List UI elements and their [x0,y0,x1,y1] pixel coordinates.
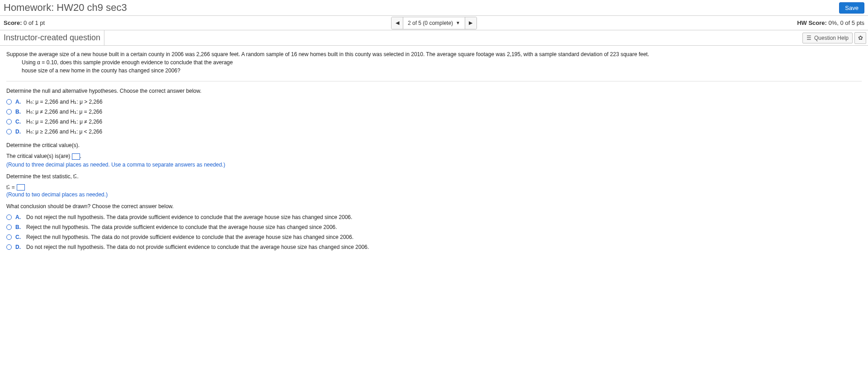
radio-icon[interactable] [6,129,12,134]
radio-icon[interactable] [6,119,12,124]
score-label: Score: [4,19,22,26]
radio-icon[interactable] [6,244,12,250]
part1-option-d[interactable]: D. H₀: μ ≥ 2,266 and H₁: μ < 2,266 [6,129,862,135]
part3-lhs: tₓ̄ = [6,184,15,191]
option-letter: C. [15,119,23,125]
part2-answer-line: The critical value(s) is(are) . [6,153,862,160]
part1-options: A. H₀: μ = 2,266 and H₁: μ > 2,266 B. H₀… [6,99,862,135]
gear-icon: ✿ [858,34,863,41]
option-text: Reject the null hypothesis. The data do … [26,234,354,240]
homework-title: Homework: HW20 ch9 sec3 [4,2,127,14]
subheader-right: ☰ Question Help ✿ [802,32,868,44]
option-text: H₀: μ = 2,266 and H₁: μ > 2,266 [26,99,103,105]
hw-score: HW Score: 0%, 0 of 5 pts [797,19,864,26]
stem-line-3: house size of a new home in the county h… [6,67,862,75]
part4-prompt: What conclusion should be drawn? Choose … [6,203,862,210]
critical-value-input[interactable] [72,153,80,160]
radio-icon[interactable] [6,109,12,114]
score-row: Score: 0 of 1 pt ◀ 2 of 5 (0 complete) ▼… [0,16,868,30]
radio-icon[interactable] [6,234,12,240]
part4-option-b[interactable]: B. Reject the null hypothesis. The data … [6,224,862,230]
option-text: H₀: μ = 2,266 and H₁: μ ≠ 2,266 [26,119,102,125]
option-letter: A. [15,214,23,220]
save-button[interactable]: Save [839,2,864,14]
option-letter: C. [15,234,23,240]
part1-option-c[interactable]: C. H₀: μ = 2,266 and H₁: μ ≠ 2,266 [6,119,862,125]
part2-hint: (Round to three decimal places as needed… [6,162,862,168]
part1-option-b[interactable]: B. H₀: μ ≠ 2,266 and H₁: μ = 2,266 [6,109,862,115]
question-position-dropdown[interactable]: 2 of 5 (0 complete) ▼ [403,17,465,29]
part4-option-c[interactable]: C. Reject the null hypothesis. The data … [6,234,862,240]
next-question-button[interactable]: ▶ [465,17,476,29]
score-value: 0 of 1 pt [22,19,45,26]
hw-score-value: 0%, 0 of 5 pts [827,19,864,26]
question-content: Suppose the average size of a new house … [0,46,868,262]
divider [6,81,862,81]
question-help-button[interactable]: ☰ Question Help [802,33,853,43]
list-icon: ☰ [807,35,811,41]
caret-down-icon: ▼ [456,20,460,25]
question-navigator: ◀ 2 of 5 (0 complete) ▼ ▶ [391,17,477,29]
part3-answer-line: tₓ̄ = [6,184,862,191]
option-letter: B. [15,224,23,230]
stem-line-1: Suppose the average size of a new house … [6,51,649,57]
part4-option-a[interactable]: A. Do not reject the null hypothesis. Th… [6,214,862,220]
option-text: Do not reject the null hypothesis. The d… [26,214,352,220]
nav-position-text: 2 of 5 (0 complete) [408,20,453,26]
subheader-row: Instructor-created question ☰ Question H… [0,30,868,46]
radio-icon[interactable] [6,99,12,105]
hw-score-label: HW Score: [797,19,827,26]
option-text: H₀: μ ≠ 2,266 and H₁: μ = 2,266 [26,109,102,115]
prev-question-button[interactable]: ◀ [392,17,403,29]
radio-icon[interactable] [6,215,12,220]
option-letter: D. [15,244,23,250]
part2-post: . [80,153,81,159]
stem-line-2: Using α = 0.10, does this sample provide… [6,58,862,67]
question-help-label: Question Help [814,35,849,41]
test-statistic-input[interactable] [17,184,25,191]
part2-prompt: Determine the critical value(s). [6,142,862,148]
score-left: Score: 0 of 1 pt [4,19,45,26]
part3-prompt: Determine the test statistic, tₓ̄. [6,173,862,180]
option-text: H₀: μ ≥ 2,266 and H₁: μ < 2,266 [26,129,102,135]
option-letter: A. [15,99,23,105]
option-text: Do not reject the null hypothesis. The d… [26,244,369,250]
option-text: Reject the null hypothesis. The data pro… [26,224,337,230]
question-stem: Suppose the average size of a new house … [6,50,862,75]
radio-icon[interactable] [6,224,12,230]
part1-option-a[interactable]: A. H₀: μ = 2,266 and H₁: μ > 2,266 [6,99,862,105]
part1-prompt: Determine the null and alternative hypot… [6,88,862,94]
part3-hint: (Round to two decimal places as needed.) [6,191,862,198]
top-bar: Homework: HW20 ch9 sec3 Save [0,0,868,16]
part4-option-d[interactable]: D. Do not reject the null hypothesis. Th… [6,244,862,250]
option-letter: B. [15,109,23,115]
part2-pre: The critical value(s) is(are) [6,153,72,159]
part4-options: A. Do not reject the null hypothesis. Th… [6,214,862,250]
question-source-label: Instructor-created question [0,30,104,45]
settings-button[interactable]: ✿ [854,32,866,44]
option-letter: D. [15,129,23,135]
